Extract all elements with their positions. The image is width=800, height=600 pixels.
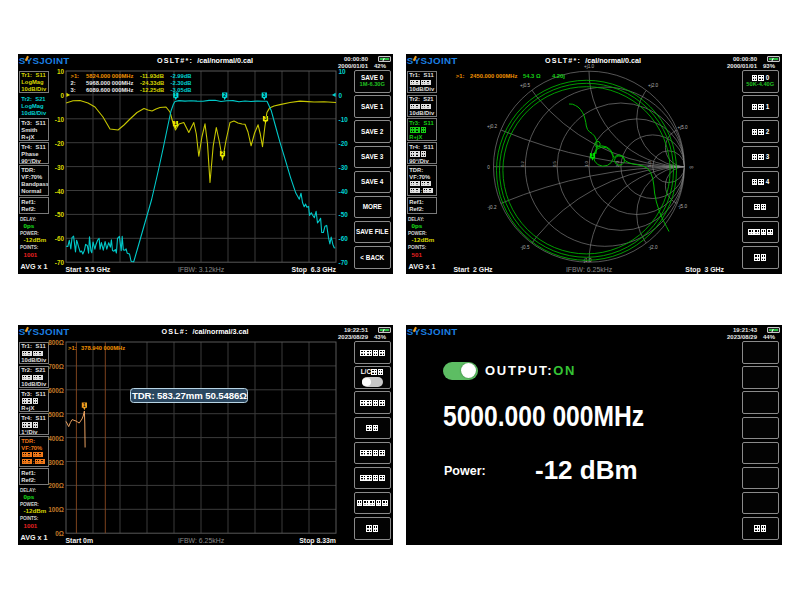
svg-text:3: 3 (263, 93, 266, 98)
svg-text:∞: ∞ (689, 164, 693, 170)
svg-text:3: 3 (264, 116, 267, 121)
svg-text:-j0.5: -j0.5 (521, 245, 530, 250)
svg-text:5.0: 5.0 (647, 161, 652, 167)
svg-text:1: 1 (174, 121, 177, 126)
svg-text:1: 1 (83, 403, 86, 408)
svg-text:+j5.0: +j5.0 (677, 125, 688, 130)
svg-text:+j2.0: +j2.0 (648, 83, 659, 88)
svg-text:2: 2 (221, 151, 224, 156)
svg-text:1: 1 (175, 93, 178, 98)
svg-text:0.5: 0.5 (552, 161, 557, 167)
svg-text:-j0.2: -j0.2 (488, 205, 497, 210)
svg-text:-j2.0: -j2.0 (649, 245, 658, 250)
svg-text:1.0: 1.0 (584, 161, 589, 167)
svg-text:+j0.5: +j0.5 (520, 83, 531, 88)
svg-text:0.2: 0.2 (520, 161, 525, 167)
svg-text:0: 0 (487, 165, 490, 170)
svg-text:+j0.2: +j0.2 (487, 124, 498, 129)
svg-text:-j5.0: -j5.0 (678, 204, 687, 209)
svg-text:2: 2 (223, 93, 226, 98)
svg-text:1: 1 (591, 153, 594, 158)
